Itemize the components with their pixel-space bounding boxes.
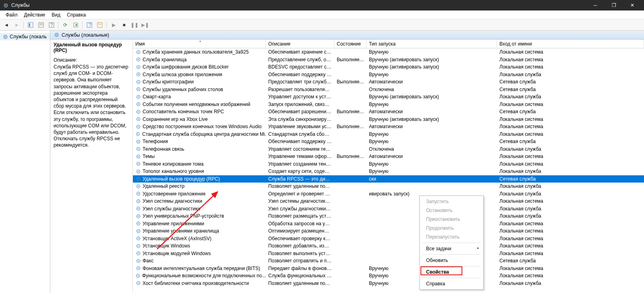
table-row[interactable]: Удаленный реестрПозволяет удаленным поль… <box>133 183 644 190</box>
table-row[interactable]: Служба хранения данных пользователя_3a92… <box>133 48 644 56</box>
service-logon: Локальная служба <box>497 146 644 152</box>
service-description: Управление темами оформ... <box>266 154 334 159</box>
table-row[interactable]: Узел службы диагностикиУзел службы диагн… <box>133 205 644 213</box>
service-name: Службы удаленных рабочих столов <box>143 87 223 92</box>
service-description: Обеспечивает хранение стр... <box>266 49 334 55</box>
minimize-button[interactable]: ─ <box>586 0 605 10</box>
maximize-button[interactable]: ❐ <box>605 0 623 10</box>
help-button[interactable]: ? <box>85 21 94 29</box>
table-row[interactable]: Узел системы диагностикиУзел системы диа… <box>133 197 644 205</box>
table-row[interactable]: ТемыУправление темами оформ...Выполняетс… <box>133 153 644 160</box>
pause-button[interactable]: ❚❚ <box>130 21 139 29</box>
gear-icon <box>135 161 141 167</box>
toolbar-icon-3[interactable]: ? <box>47 21 56 29</box>
play-button[interactable]: ▶ <box>109 21 118 29</box>
export-button[interactable] <box>71 21 81 29</box>
service-description: Передает файлы в фоново... <box>266 266 334 271</box>
selected-service-title: Удаленный вызов процедур (RPC) <box>54 42 129 53</box>
table-row[interactable]: Служба шлюза уровня приложенияОбеспечива… <box>133 71 644 79</box>
table-row[interactable]: Фоновая интеллектуальная служба передачи… <box>133 265 644 272</box>
table-row[interactable]: Службы удаленных рабочих столовРазрешает… <box>133 86 644 94</box>
service-logon: Сетевая служба <box>497 87 644 92</box>
table-row[interactable]: ФаксПозволяет отправлять и по...Сетевая … <box>133 257 644 265</box>
service-logon: Локальная служба <box>497 281 644 286</box>
table-row[interactable]: Управление приложениямиОбработка запросо… <box>133 220 644 228</box>
menu-item-pause: Приостановить <box>420 215 482 224</box>
menu-item-all-tasks[interactable]: Все задачи <box>420 244 482 253</box>
toolbar-icon-2[interactable] <box>36 21 46 29</box>
svg-point-61 <box>138 208 139 209</box>
table-row[interactable]: Средство построения конечных точек Windo… <box>133 123 644 131</box>
table-row[interactable]: Сохранение игр на Xbox LiveЭта служба си… <box>133 116 644 123</box>
toolbar-icon-1[interactable] <box>26 21 35 29</box>
table-row[interactable]: Управление уровнями хранилищаОптимизируе… <box>133 227 644 235</box>
svg-point-17 <box>56 34 57 35</box>
table-row[interactable]: Смарт-картаУправляет доступом к устр...В… <box>133 93 644 101</box>
service-description: Обеспечивает разрешение ... <box>266 109 334 114</box>
service-logon: Локальная система <box>497 198 644 204</box>
table-row[interactable]: Сопоставитель конечных точек RPCОбеспечи… <box>133 108 644 116</box>
service-name: Установщик модулей Windows <box>143 251 211 256</box>
menu-action[interactable]: Действие <box>21 11 49 19</box>
gear-icon <box>2 34 8 39</box>
column-header-name[interactable]: Имя <box>133 39 266 48</box>
table-row[interactable]: Тополог канального уровняСоздает карту с… <box>133 168 644 175</box>
description-text: Служба RPCSS — это диспетчер служб для C… <box>54 64 129 148</box>
service-description: Позволяет удаленным поль... <box>266 183 334 189</box>
table-row[interactable]: Установщик ActiveX (AxInstSV)Обеспечивае… <box>133 235 644 243</box>
menu-item-refresh[interactable]: Обновить <box>420 256 482 265</box>
toolbar-icon-extra[interactable] <box>95 21 105 29</box>
table-row[interactable]: Функциональные возможности для подключен… <box>133 272 644 280</box>
table-row[interactable]: Удаленный вызов процедур (RPC)Служба RPC… <box>133 175 644 183</box>
table-row[interactable]: Хост библиотеки счетчика производительно… <box>133 280 644 287</box>
table-row[interactable]: Служба шифрования дисков BitLockerBDESVC… <box>133 63 644 71</box>
forward-button[interactable]: ► <box>12 21 22 29</box>
table-row[interactable]: Установщик WindowsПозволяет добавлять, и… <box>133 242 644 250</box>
service-description: Позволяет отправлять и по... <box>266 258 334 264</box>
service-startup: Вручную <box>367 49 497 55</box>
service-description: Создает карту сети, содерж... <box>266 168 334 174</box>
refresh-button[interactable]: ⟳ <box>60 21 70 29</box>
column-header-logon[interactable]: Вход от имени <box>497 39 644 48</box>
service-description: Запуск приложений, связан... <box>266 102 334 107</box>
service-name: Служба хранения данных пользователя_3a92… <box>143 49 248 55</box>
menu-view[interactable]: Вид <box>48 11 64 19</box>
table-row[interactable]: Стандартная служба сборщика центра диагн… <box>133 131 644 138</box>
column-header-startup[interactable]: Тип запуска <box>367 39 497 48</box>
gear-icon <box>135 131 141 137</box>
svg-point-49 <box>138 163 139 164</box>
restart-toolbar-button[interactable]: ▶❚ <box>140 21 150 29</box>
service-logon: Локальная система <box>497 266 644 271</box>
svg-point-15 <box>5 36 6 37</box>
menu-file[interactable]: Файл <box>2 11 21 19</box>
service-state: Выполняется <box>334 124 367 129</box>
table-row[interactable]: Телефонная связьУправляет состоянием тел… <box>133 145 644 153</box>
gear-icon <box>135 243 141 249</box>
table-row[interactable]: Установщик модулей WindowsПозволяет выпо… <box>133 250 644 258</box>
stop-button[interactable]: ■ <box>119 21 129 29</box>
table-row[interactable]: Службы криптографииПредоставляет три слу… <box>133 78 644 86</box>
table-row[interactable]: Узел универсальных PNP-устройствПозволяе… <box>133 212 644 220</box>
column-header-state[interactable]: Состояние <box>334 39 367 48</box>
column-header-description[interactable]: Описание <box>266 39 334 48</box>
menu-item-help[interactable]: Справка <box>420 279 482 288</box>
table-row[interactable]: Служба хранилищаПредоставление служб, об… <box>133 56 644 64</box>
close-button[interactable]: ✕ <box>623 0 642 10</box>
gear-icon <box>135 139 141 144</box>
gear-icon <box>135 154 141 159</box>
tree-item-label: Службы (локаль <box>10 34 47 39</box>
service-logon: Локальная система <box>497 251 644 256</box>
table-row[interactable]: Теневое копирование томаУправляет создан… <box>133 160 644 168</box>
back-button[interactable]: ◄ <box>2 21 11 29</box>
tree-item-services-local[interactable]: Службы (локаль <box>0 33 50 40</box>
table-row[interactable]: События получения неподвижных изображени… <box>133 101 644 108</box>
svg-point-79 <box>137 275 139 276</box>
service-state: Выполняется <box>334 154 367 159</box>
service-logon: Локальная служба <box>497 168 644 174</box>
menu-help[interactable]: Справка <box>64 11 89 19</box>
table-row[interactable]: ТелефонияОбеспечивает поддержку Т...Вруч… <box>133 138 644 145</box>
menu-item-properties[interactable]: Свойства <box>420 268 482 276</box>
gear-icon <box>135 206 141 212</box>
gear-icon <box>135 94 141 100</box>
table-row[interactable]: Удостоверение приложенияОпределяет и про… <box>133 190 644 198</box>
